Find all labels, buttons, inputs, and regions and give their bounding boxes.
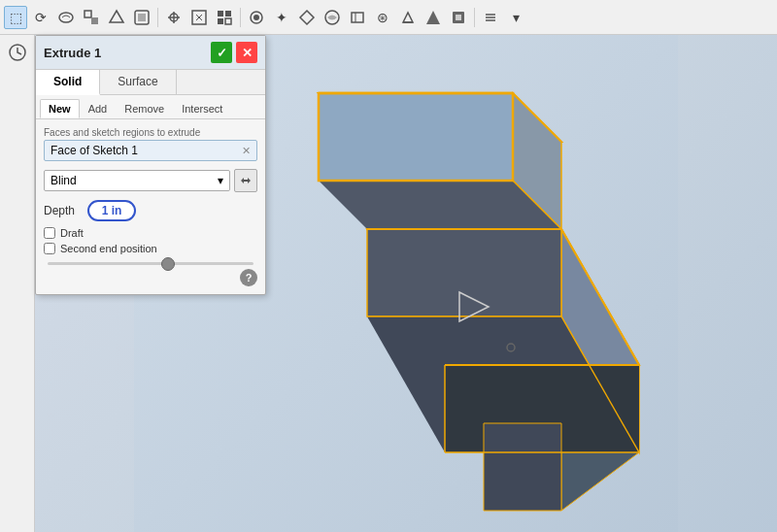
toolbar-icon-5[interactable] — [130, 6, 153, 29]
svg-rect-8 — [218, 11, 223, 17]
subtab-new[interactable]: New — [40, 99, 80, 118]
toolbar-icon-2[interactable] — [54, 6, 78, 29]
flip-button[interactable] — [234, 169, 257, 192]
toolbar-icon-6[interactable] — [162, 6, 186, 29]
toolbar-icon-10[interactable]: ✦ — [270, 6, 293, 29]
svg-marker-31 — [319, 93, 513, 181]
svg-rect-10 — [218, 18, 223, 24]
second-end-row: Second end position — [44, 243, 257, 254]
toolbar-icon-13[interactable] — [346, 6, 369, 29]
toolbar-divider-2 — [240, 8, 241, 27]
extrude-title: Extrude 1 — [44, 46, 101, 60]
profile-field-group: Faces and sketch regions to extrude Face… — [44, 127, 257, 161]
draft-row: Draft — [44, 227, 257, 239]
subtab-row: New Add Remove Intersect — [36, 95, 265, 119]
depth-input[interactable]: 1 in — [87, 200, 136, 221]
svg-rect-1 — [84, 11, 91, 17]
toolbar-icon-14[interactable]: ⊛ — [371, 6, 394, 29]
svg-rect-17 — [456, 15, 461, 20]
subtab-remove[interactable]: Remove — [116, 99, 173, 118]
tab-row: Solid Surface — [36, 70, 265, 95]
toolbar-icon-3[interactable] — [80, 6, 103, 29]
profile-clear-icon[interactable]: ✕ — [242, 145, 251, 157]
second-end-checkbox[interactable] — [44, 243, 55, 254]
toolbar-icon-12[interactable] — [321, 6, 344, 29]
toolbar-icon-0[interactable]: ⬚ — [4, 6, 27, 29]
toolbar-icon-15[interactable] — [396, 6, 420, 29]
extrude-actions: ✓ ✕ — [211, 42, 257, 63]
svg-rect-5 — [138, 14, 146, 21]
slider-row — [44, 262, 257, 265]
svg-marker-30 — [484, 423, 561, 511]
help-icon[interactable]: ? — [240, 269, 257, 286]
help-row: ? — [44, 269, 257, 286]
direction-label: Blind — [51, 174, 77, 187]
svg-point-0 — [59, 13, 73, 22]
toolbar-icon-4[interactable] — [105, 6, 128, 29]
profile-field-label: Faces and sketch regions to extrude — [44, 127, 257, 138]
toolbar-icon-7[interactable] — [187, 6, 211, 29]
tab-surface[interactable]: Surface — [100, 70, 176, 94]
slider-thumb[interactable] — [161, 257, 175, 271]
blind-row: Blind ▾ — [44, 169, 257, 192]
svg-point-13 — [253, 15, 259, 20]
draft-label: Draft — [60, 227, 84, 239]
slider-track[interactable] — [48, 262, 253, 265]
svg-marker-26 — [367, 229, 561, 316]
toolbar-divider-1 — [157, 8, 158, 27]
depth-label: Depth — [44, 204, 87, 217]
left-panel-icon-clock[interactable] — [4, 39, 31, 66]
draft-checkbox[interactable] — [44, 227, 55, 239]
toolbar-icon-16[interactable] — [422, 6, 445, 29]
extrude-header: Extrude 1 ✓ ✕ — [36, 36, 265, 70]
subtab-intersect[interactable]: Intersect — [173, 99, 231, 118]
tab-solid[interactable]: Solid — [36, 70, 100, 95]
profile-field-value: Face of Sketch 1 — [51, 144, 138, 157]
toolbar-divider-3 — [474, 8, 475, 27]
subtab-add[interactable]: Add — [80, 99, 117, 118]
toolbar-icon-more[interactable]: ▾ — [504, 6, 527, 29]
svg-marker-3 — [110, 11, 123, 22]
confirm-button[interactable]: ✓ — [211, 42, 232, 63]
svg-rect-2 — [91, 17, 98, 24]
direction-select[interactable]: Blind ▾ — [44, 170, 230, 191]
extrude-panel: Extrude 1 ✓ ✕ Solid Surface New Add Remo… — [35, 35, 266, 295]
left-panel — [0, 35, 35, 532]
cancel-button[interactable]: ✕ — [236, 42, 257, 63]
toolbar-icon-18[interactable] — [479, 6, 502, 29]
toolbar-icon-8[interactable] — [213, 6, 236, 29]
toolbar-icon-9[interactable] — [245, 6, 268, 29]
toolbar-icon-11[interactable] — [295, 6, 319, 29]
svg-rect-11 — [225, 18, 231, 24]
chevron-down-icon: ▾ — [218, 174, 223, 187]
toolbar-icon-1[interactable]: ⟳ — [29, 6, 52, 29]
svg-marker-14 — [300, 11, 314, 24]
toolbar-icon-17[interactable] — [447, 6, 470, 29]
depth-row: Depth 1 in — [44, 200, 257, 221]
second-end-label: Second end position — [60, 243, 157, 254]
panel-body: Faces and sketch regions to extrude Face… — [36, 119, 265, 294]
profile-input-row[interactable]: Face of Sketch 1 ✕ — [44, 140, 257, 161]
svg-rect-9 — [225, 11, 231, 17]
toolbar: ⬚ ⟳ ✦ ⊛ ▾ — [0, 0, 777, 35]
